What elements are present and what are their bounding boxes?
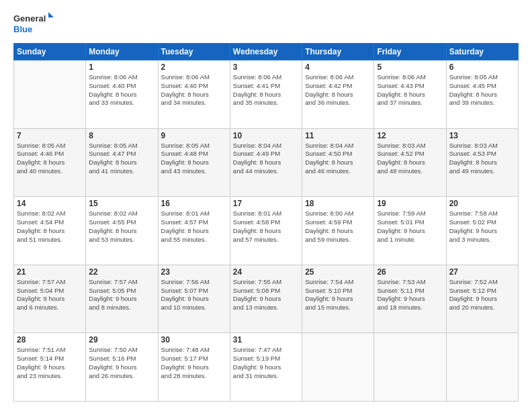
weekday-header-monday: Monday bbox=[86, 44, 158, 60]
day-info: Sunrise: 7:57 AMSunset: 5:04 PMDaylight:… bbox=[17, 278, 83, 312]
day-info: Sunrise: 8:01 AMSunset: 4:57 PMDaylight:… bbox=[161, 210, 227, 244]
calendar-cell: 22Sunrise: 7:57 AMSunset: 5:05 PMDayligh… bbox=[86, 265, 158, 333]
day-number: 12 bbox=[377, 131, 443, 140]
logo: General Blue bbox=[13, 12, 54, 36]
day-info: Sunrise: 8:05 AMSunset: 4:45 PMDaylight:… bbox=[449, 73, 515, 107]
day-number: 1 bbox=[89, 62, 154, 72]
calendar-cell: 5Sunrise: 8:06 AMSunset: 4:43 PMDaylight… bbox=[374, 60, 446, 129]
day-info: Sunrise: 8:01 AMSunset: 4:58 PMDaylight:… bbox=[233, 210, 299, 244]
calendar-cell: 16Sunrise: 8:01 AMSunset: 4:57 PMDayligh… bbox=[158, 197, 230, 265]
calendar-table: SundayMondayTuesdayWednesdayThursdayFrid… bbox=[13, 43, 519, 402]
day-info: Sunrise: 8:03 AMSunset: 4:53 PMDaylight:… bbox=[449, 142, 515, 176]
day-number: 28 bbox=[17, 335, 83, 345]
day-number: 15 bbox=[89, 199, 154, 208]
weekday-header-saturday: Saturday bbox=[446, 44, 518, 60]
day-info: Sunrise: 8:06 AMSunset: 4:43 PMDaylight:… bbox=[377, 73, 443, 107]
day-number: 4 bbox=[305, 62, 371, 72]
day-number: 23 bbox=[161, 267, 227, 277]
day-number: 22 bbox=[89, 267, 154, 277]
weekday-header-thursday: Thursday bbox=[302, 44, 374, 60]
day-info: Sunrise: 8:00 AMSunset: 4:59 PMDaylight:… bbox=[305, 210, 371, 244]
day-info: Sunrise: 8:05 AMSunset: 4:48 PMDaylight:… bbox=[161, 142, 227, 176]
day-number: 17 bbox=[233, 199, 299, 208]
day-number: 14 bbox=[17, 199, 83, 208]
day-info: Sunrise: 8:06 AMSunset: 4:40 PMDaylight:… bbox=[89, 73, 154, 107]
day-number: 6 bbox=[449, 62, 515, 72]
day-info: Sunrise: 7:57 AMSunset: 5:05 PMDaylight:… bbox=[89, 278, 154, 312]
calendar-cell: 9Sunrise: 8:05 AMSunset: 4:48 PMDaylight… bbox=[158, 128, 230, 197]
day-number: 2 bbox=[161, 62, 227, 72]
calendar-cell bbox=[374, 333, 446, 402]
day-info: Sunrise: 8:04 AMSunset: 4:50 PMDaylight:… bbox=[305, 142, 371, 176]
day-info: Sunrise: 8:02 AMSunset: 4:54 PMDaylight:… bbox=[17, 210, 83, 244]
day-number: 3 bbox=[233, 62, 299, 72]
calendar-cell: 8Sunrise: 8:05 AMSunset: 4:47 PMDaylight… bbox=[86, 128, 158, 197]
calendar-cell: 4Sunrise: 8:06 AMSunset: 4:42 PMDaylight… bbox=[302, 60, 374, 129]
day-info: Sunrise: 7:56 AMSunset: 5:07 PMDaylight:… bbox=[161, 278, 227, 312]
weekday-header-tuesday: Tuesday bbox=[158, 44, 230, 60]
svg-marker-2 bbox=[48, 12, 54, 17]
day-info: Sunrise: 8:06 AMSunset: 4:40 PMDaylight:… bbox=[161, 73, 227, 107]
calendar-cell: 31Sunrise: 7:47 AMSunset: 5:19 PMDayligh… bbox=[230, 333, 302, 402]
day-info: Sunrise: 7:51 AMSunset: 5:14 PMDaylight:… bbox=[17, 346, 83, 380]
calendar-cell: 12Sunrise: 8:03 AMSunset: 4:52 PMDayligh… bbox=[374, 128, 446, 197]
day-info: Sunrise: 8:06 AMSunset: 4:41 PMDaylight:… bbox=[233, 73, 299, 107]
calendar-cell: 27Sunrise: 7:52 AMSunset: 5:12 PMDayligh… bbox=[446, 265, 518, 333]
calendar-cell: 23Sunrise: 7:56 AMSunset: 5:07 PMDayligh… bbox=[158, 265, 230, 333]
weekday-header-friday: Friday bbox=[374, 44, 446, 60]
day-info: Sunrise: 7:48 AMSunset: 5:17 PMDaylight:… bbox=[161, 346, 227, 380]
calendar-header-row: SundayMondayTuesdayWednesdayThursdayFrid… bbox=[14, 44, 519, 60]
day-number: 16 bbox=[161, 199, 227, 208]
day-number: 24 bbox=[233, 267, 299, 277]
day-info: Sunrise: 7:54 AMSunset: 5:10 PMDaylight:… bbox=[305, 278, 371, 312]
day-info: Sunrise: 7:55 AMSunset: 5:08 PMDaylight:… bbox=[233, 278, 299, 312]
calendar-cell: 3Sunrise: 8:06 AMSunset: 4:41 PMDaylight… bbox=[230, 60, 302, 129]
day-number: 20 bbox=[449, 199, 515, 208]
calendar-cell: 14Sunrise: 8:02 AMSunset: 4:54 PMDayligh… bbox=[14, 197, 86, 265]
day-number: 27 bbox=[449, 267, 515, 277]
calendar-cell: 19Sunrise: 7:59 AMSunset: 5:01 PMDayligh… bbox=[374, 197, 446, 265]
calendar-cell: 30Sunrise: 7:48 AMSunset: 5:17 PMDayligh… bbox=[158, 333, 230, 402]
day-info: Sunrise: 7:50 AMSunset: 5:16 PMDaylight:… bbox=[89, 346, 154, 380]
day-info: Sunrise: 7:58 AMSunset: 5:02 PMDaylight:… bbox=[449, 210, 515, 244]
day-number: 21 bbox=[17, 267, 83, 277]
calendar-cell: 15Sunrise: 8:02 AMSunset: 4:55 PMDayligh… bbox=[86, 197, 158, 265]
header: General Blue bbox=[13, 12, 519, 36]
calendar-week-row: 14Sunrise: 8:02 AMSunset: 4:54 PMDayligh… bbox=[14, 197, 519, 265]
day-info: Sunrise: 7:47 AMSunset: 5:19 PMDaylight:… bbox=[233, 346, 299, 380]
calendar-cell: 25Sunrise: 7:54 AMSunset: 5:10 PMDayligh… bbox=[302, 265, 374, 333]
calendar-cell bbox=[446, 333, 518, 402]
day-info: Sunrise: 7:53 AMSunset: 5:11 PMDaylight:… bbox=[377, 278, 443, 312]
calendar-week-row: 28Sunrise: 7:51 AMSunset: 5:14 PMDayligh… bbox=[14, 333, 519, 402]
day-info: Sunrise: 8:06 AMSunset: 4:42 PMDaylight:… bbox=[305, 73, 371, 107]
calendar-cell: 1Sunrise: 8:06 AMSunset: 4:40 PMDaylight… bbox=[86, 60, 158, 129]
calendar-cell: 2Sunrise: 8:06 AMSunset: 4:40 PMDaylight… bbox=[158, 60, 230, 129]
calendar-cell bbox=[302, 333, 374, 402]
calendar-cell bbox=[14, 60, 86, 129]
calendar-week-row: 1Sunrise: 8:06 AMSunset: 4:40 PMDaylight… bbox=[14, 60, 519, 129]
day-number: 5 bbox=[377, 62, 443, 72]
calendar-cell: 17Sunrise: 8:01 AMSunset: 4:58 PMDayligh… bbox=[230, 197, 302, 265]
day-number: 9 bbox=[161, 131, 227, 140]
day-number: 10 bbox=[233, 131, 299, 140]
calendar-cell: 21Sunrise: 7:57 AMSunset: 5:04 PMDayligh… bbox=[14, 265, 86, 333]
day-info: Sunrise: 8:05 AMSunset: 4:46 PMDaylight:… bbox=[17, 142, 83, 176]
day-info: Sunrise: 8:04 AMSunset: 4:49 PMDaylight:… bbox=[233, 142, 299, 176]
day-number: 29 bbox=[89, 335, 154, 345]
day-info: Sunrise: 7:59 AMSunset: 5:01 PMDaylight:… bbox=[377, 210, 443, 244]
calendar-cell: 24Sunrise: 7:55 AMSunset: 5:08 PMDayligh… bbox=[230, 265, 302, 333]
day-number: 26 bbox=[377, 267, 443, 277]
calendar-cell: 28Sunrise: 7:51 AMSunset: 5:14 PMDayligh… bbox=[14, 333, 86, 402]
calendar-cell: 26Sunrise: 7:53 AMSunset: 5:11 PMDayligh… bbox=[374, 265, 446, 333]
calendar-cell: 7Sunrise: 8:05 AMSunset: 4:46 PMDaylight… bbox=[14, 128, 86, 197]
calendar-cell: 6Sunrise: 8:05 AMSunset: 4:45 PMDaylight… bbox=[446, 60, 518, 129]
day-number: 30 bbox=[161, 335, 227, 345]
day-info: Sunrise: 8:05 AMSunset: 4:47 PMDaylight:… bbox=[89, 142, 154, 176]
day-info: Sunrise: 8:03 AMSunset: 4:52 PMDaylight:… bbox=[377, 142, 443, 176]
day-number: 11 bbox=[305, 131, 371, 140]
calendar-cell: 29Sunrise: 7:50 AMSunset: 5:16 PMDayligh… bbox=[86, 333, 158, 402]
day-info: Sunrise: 7:52 AMSunset: 5:12 PMDaylight:… bbox=[449, 278, 515, 312]
calendar-cell: 13Sunrise: 8:03 AMSunset: 4:53 PMDayligh… bbox=[446, 128, 518, 197]
day-number: 25 bbox=[305, 267, 371, 277]
day-number: 31 bbox=[233, 335, 299, 345]
